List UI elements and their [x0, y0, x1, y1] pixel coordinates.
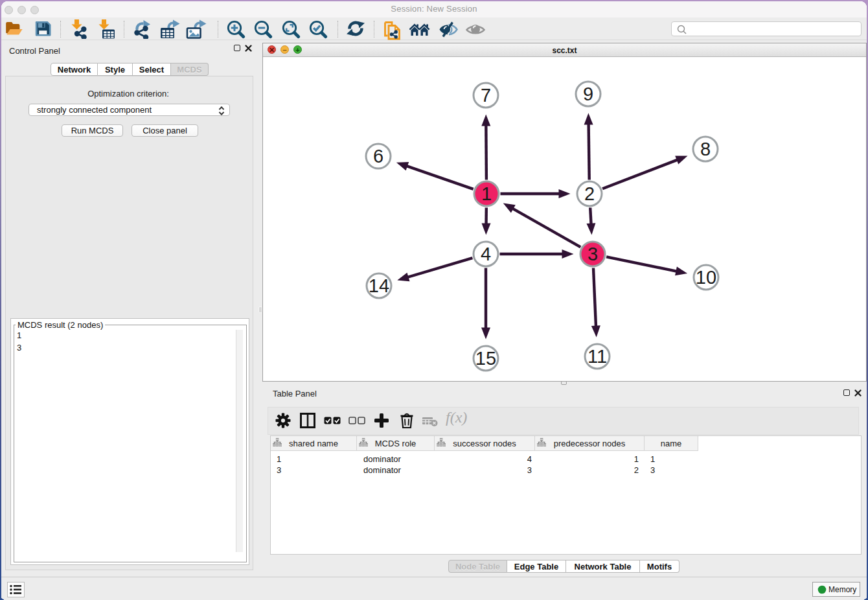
svg-text:7: 7 [481, 85, 491, 106]
svg-text:14: 14 [369, 275, 389, 296]
svg-text:9: 9 [583, 84, 593, 104]
svg-text:11: 11 [588, 346, 607, 367]
svg-text:6: 6 [373, 146, 383, 167]
svg-text:1: 1 [481, 183, 492, 204]
svg-text:15: 15 [475, 348, 496, 369]
svg-text:8: 8 [700, 139, 711, 159]
svg-text:10: 10 [696, 267, 716, 288]
svg-text:4: 4 [481, 244, 491, 264]
svg-text:3: 3 [588, 244, 598, 264]
svg-text:2: 2 [584, 183, 595, 204]
